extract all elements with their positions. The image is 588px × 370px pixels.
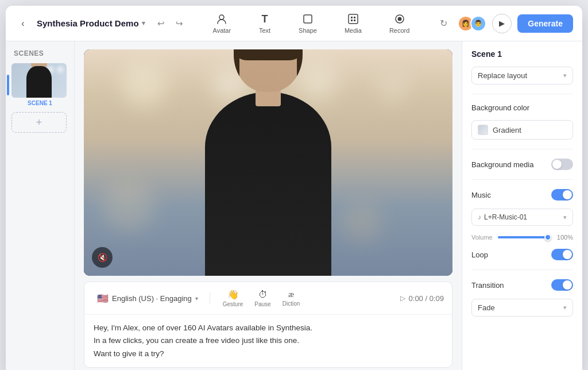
script-panel: 🇺🇸 English (US) · Engaging ▾ 👋 Gesture ⏱…: [84, 282, 452, 368]
avatar-body: [205, 92, 331, 276]
language-flag-icon: 🇺🇸: [97, 293, 109, 304]
toolbar-avatar[interactable]: Avatar: [208, 10, 236, 36]
toolbar-text[interactable]: T Text: [254, 10, 276, 36]
language-text: English (US) · Engaging: [112, 294, 192, 303]
video-canvas: 🔇: [84, 49, 452, 276]
script-toolbar: 🇺🇸 English (US) · Engaging ▾ 👋 Gesture ⏱…: [84, 282, 452, 315]
music-note-icon: ♪: [478, 213, 481, 221]
mute-button[interactable]: 🔇: [92, 247, 113, 268]
toolbar-record[interactable]: Record: [385, 10, 414, 36]
scenes-sidebar: Scenes SCENE 1 +: [6, 41, 75, 370]
gesture-button[interactable]: 👋 Gesture: [217, 287, 249, 310]
transition-toggle-knob: [563, 280, 572, 290]
timer-text: 0:00 / 0:09: [409, 294, 444, 303]
project-name-chevron-icon: ▾: [142, 20, 145, 27]
media-label: Media: [345, 27, 362, 34]
app-window: ‹ Synthesia Product Demo ▾ ↩ ↪ Avatar: [6, 6, 582, 370]
collaborator-avatars: 👩 👨: [458, 16, 486, 32]
diction-button[interactable]: æ Diction: [277, 287, 306, 309]
refresh-button[interactable]: ↻: [435, 15, 452, 32]
pause-icon: ⏱: [258, 290, 268, 300]
music-toggle[interactable]: [551, 189, 573, 201]
pause-label: Pause: [254, 301, 270, 307]
background-media-row: Background media: [471, 159, 573, 170]
gradient-picker[interactable]: Gradient: [471, 120, 573, 140]
volume-fill: [498, 236, 551, 238]
toolbar-media[interactable]: Media: [340, 10, 366, 36]
volume-label: Volume: [471, 234, 493, 241]
pause-button[interactable]: ⏱ Pause: [249, 287, 276, 310]
svg-rect-4: [354, 17, 355, 18]
divider-1: [471, 94, 573, 94]
toolbar-shape[interactable]: Shape: [294, 10, 322, 36]
svg-rect-1: [304, 15, 312, 23]
replace-layout-label: Replace layout: [478, 71, 527, 80]
top-bar-center: Avatar T Text Shape: [188, 10, 435, 36]
fade-dropdown[interactable]: Fade ▾: [471, 299, 573, 317]
diction-icon: æ: [288, 290, 294, 299]
volume-slider[interactable]: [498, 236, 551, 238]
gradient-swatch-box: [478, 125, 488, 135]
volume-pct-text: 100%: [556, 234, 573, 241]
background-media-label: Background media: [471, 160, 533, 169]
main-content: Scenes SCENE 1 +: [6, 41, 582, 370]
avatar-hair-left: [234, 49, 239, 92]
back-button[interactable]: ‹: [15, 16, 31, 32]
mini-avatar-body: [26, 66, 52, 98]
divider-3: [471, 179, 573, 180]
music-track-selector[interactable]: ♪ L+R-Music-01 ▾: [471, 209, 573, 226]
replace-layout-chevron-icon: ▾: [563, 72, 567, 79]
record-label: Record: [389, 27, 409, 34]
loop-row: Loop: [471, 249, 573, 260]
scene-1-thumbnail[interactable]: [11, 63, 67, 98]
scene-1-container: SCENE 1: [11, 63, 68, 106]
bokeh-light-4: [379, 72, 408, 101]
scenes-title: Scenes: [11, 49, 68, 57]
fade-label: Fade: [478, 303, 495, 312]
shape-label: Shape: [299, 27, 317, 34]
center-panel: 🔇 🇺🇸 English (US) · Engaging ▾ 👋 Gesture: [75, 41, 462, 370]
top-bar: ‹ Synthesia Product Demo ▾ ↩ ↪ Avatar: [6, 6, 582, 41]
generate-button[interactable]: Generate: [517, 14, 573, 33]
script-text-area[interactable]: Hey, I'm Alex, one of over 160 AI Avatar…: [84, 315, 452, 367]
avatar-hair-top: [234, 49, 303, 60]
music-label: Music: [471, 191, 491, 199]
svg-rect-5: [351, 20, 353, 21]
add-scene-button[interactable]: +: [11, 112, 67, 133]
gesture-icon: 👋: [227, 289, 239, 300]
diction-label: Diction: [283, 300, 300, 307]
scene-active-indicator: [7, 75, 9, 95]
gesture-label: Gesture: [223, 301, 243, 307]
background-media-toggle-knob: [552, 160, 562, 169]
svg-rect-3: [351, 17, 353, 18]
bokeh-light-5: [102, 179, 154, 230]
record-icon: [393, 13, 406, 25]
right-panel: Scene 1 Replace layout ▾ Background colo…: [462, 41, 582, 370]
video-background: [84, 49, 452, 276]
mini-light-2: [57, 66, 64, 73]
timer-play-icon: ▷: [400, 294, 405, 302]
svg-point-8: [397, 17, 401, 21]
volume-knob[interactable]: [544, 234, 551, 241]
loop-toggle[interactable]: [551, 249, 573, 260]
preview-play-button[interactable]: ▶: [492, 14, 512, 33]
top-bar-right: ↻ 👩 👨 ▶ Generate: [435, 14, 573, 33]
script-divider-1: [210, 292, 210, 304]
loop-label: Loop: [471, 250, 488, 259]
gradient-label: Gradient: [493, 126, 521, 134]
language-chevron-icon: ▾: [195, 295, 198, 302]
transition-label: Transition: [471, 281, 504, 290]
replace-layout-dropdown[interactable]: Replace layout ▾: [471, 67, 573, 84]
history-buttons: ↩ ↪: [153, 16, 188, 32]
top-bar-left: ‹ Synthesia Product Demo ▾ ↩ ↪: [15, 16, 188, 32]
shape-icon: [301, 13, 314, 25]
language-selector[interactable]: 🇺🇸 English (US) · Engaging ▾: [92, 291, 203, 306]
collaborator-avatar-2: 👨: [470, 16, 486, 32]
project-name[interactable]: Synthesia Product Demo ▾: [37, 18, 145, 28]
music-track-label: L+R-Music-01: [484, 213, 527, 221]
svg-point-0: [219, 15, 224, 20]
background-media-toggle[interactable]: [551, 159, 573, 170]
transition-toggle[interactable]: [551, 279, 573, 291]
redo-button[interactable]: ↪: [172, 16, 188, 32]
undo-button[interactable]: ↩: [153, 16, 169, 32]
